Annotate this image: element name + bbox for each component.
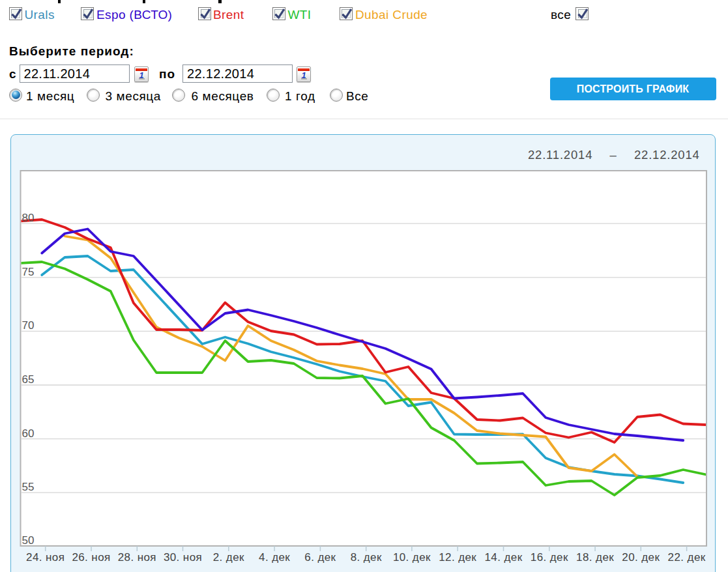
svg-text:30. ноя: 30. ноя xyxy=(164,551,202,564)
svg-text:4. дек: 4. дек xyxy=(259,551,290,564)
svg-text:22.11.2014: 22.11.2014 xyxy=(528,148,592,162)
svg-text:60: 60 xyxy=(22,427,35,440)
svg-text:75: 75 xyxy=(22,266,35,278)
svg-text:55: 55 xyxy=(22,481,35,493)
svg-text:20. дек: 20. дек xyxy=(622,551,660,564)
svg-text:22.12.2014: 22.12.2014 xyxy=(634,148,700,162)
svg-text:50: 50 xyxy=(22,534,35,547)
svg-text:–: – xyxy=(609,148,617,162)
svg-text:22. дек: 22. дек xyxy=(668,551,706,564)
svg-text:16. дек: 16. дек xyxy=(531,551,568,564)
svg-text:28. ноя: 28. ноя xyxy=(118,551,156,564)
svg-text:70: 70 xyxy=(22,319,35,332)
svg-text:18. дек: 18. дек xyxy=(576,551,614,564)
svg-text:80: 80 xyxy=(22,212,35,224)
svg-text:10. дек: 10. дек xyxy=(393,551,431,564)
svg-text:2. дек: 2. дек xyxy=(213,551,244,564)
svg-text:12. дек: 12. дек xyxy=(439,551,476,564)
svg-text:14. дек: 14. дек xyxy=(485,551,523,564)
svg-text:26. ноя: 26. ноя xyxy=(72,551,110,564)
svg-text:6. дек: 6. дек xyxy=(304,551,336,564)
svg-text:8. дек: 8. дек xyxy=(351,551,382,564)
svg-text:65: 65 xyxy=(22,373,35,386)
svg-text:24. ноя: 24. ноя xyxy=(26,551,65,564)
